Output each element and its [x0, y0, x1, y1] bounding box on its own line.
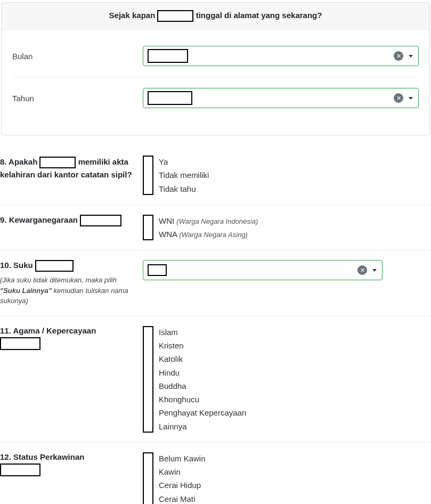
tahun-label: Tahun: [12, 94, 143, 103]
q11-opt-buddha: Buddha: [159, 380, 246, 392]
q10-label: 10. Suku (Jika suku tidak ditemukan, mak…: [0, 260, 143, 306]
q8-opt-ya: Ya: [159, 156, 209, 168]
q8-options: Ya Tidak memiliki Tidak tahu: [143, 156, 431, 195]
bulan-value-redacted: [148, 49, 188, 63]
q8-opt-tidak-tahu: Tidak tahu: [159, 183, 209, 195]
clear-icon[interactable]: ✕: [357, 265, 367, 275]
chevron-down-icon[interactable]: [409, 55, 413, 58]
panel-header: Sejak kapan tinggal di alamat yang sekar…: [2, 3, 429, 30]
answer-box[interactable]: [143, 215, 153, 241]
q11-opt-lainnya: Lainnya: [159, 420, 246, 433]
redacted-name: [0, 464, 40, 476]
chevron-down-icon[interactable]: [372, 269, 377, 272]
q11-opt-khonghucu: Khonghucu: [159, 393, 246, 405]
q10-prefix: 10. Suku: [0, 261, 35, 270]
q12-label: 12. Status Perkawinan: [0, 452, 143, 504]
q9-label: 9. Kewarganegaraan: [0, 215, 143, 241]
tahun-select[interactable]: ✕: [143, 88, 419, 108]
panel-body: Bulan ✕ Tahun ✕: [2, 30, 429, 135]
q11-opt-penghayat: Penghayat Kepercayaan: [159, 407, 246, 419]
q10-hint: (Jika suku tidak ditemukan, maka pilih "…: [0, 275, 137, 306]
q8-label: 8. Apakah memiliki akta kelahiran dari k…: [0, 156, 143, 195]
address-since-panel: Sejak kapan tinggal di alamat yang sekar…: [1, 2, 430, 135]
redacted-name: [80, 215, 121, 226]
question-12: 12. Status Perkawinan Belum Kawin Kawin …: [0, 443, 431, 504]
q8-prefix: 8. Apakah: [0, 157, 39, 166]
suku-value-redacted: [148, 264, 167, 276]
question-10: 10. Suku (Jika suku tidak ditemukan, mak…: [0, 250, 431, 316]
field-row-tahun: Tahun ✕: [12, 77, 419, 119]
redacted-name: [0, 337, 40, 350]
panel-header-suffix: tinggal di alamat yang sekarang?: [196, 11, 322, 20]
q8-opt-tidak-memiliki: Tidak memiliki: [159, 169, 209, 181]
q9-opt-wna: WNA (Warga Negara Asing): [159, 228, 258, 240]
answer-box[interactable]: [143, 326, 153, 433]
q12-opt-cerai-mati: Cerai Mati: [159, 493, 206, 505]
panel-header-prefix: Sejak kapan: [109, 11, 158, 20]
tahun-value-redacted: [148, 91, 192, 105]
bulan-select[interactable]: ✕: [143, 46, 419, 66]
q11-options: Islam Kristen Katolik Hindu Buddha Khong…: [143, 326, 431, 433]
q9-prefix: 9. Kewarganegaraan: [0, 215, 80, 224]
chevron-down-icon[interactable]: [409, 97, 413, 100]
question-11: 11. Agama / Kepercayaan Islam Kristen Ka…: [0, 316, 431, 443]
clear-icon[interactable]: ✕: [394, 93, 403, 103]
q11-opt-islam: Islam: [159, 326, 246, 338]
clear-icon[interactable]: ✕: [394, 51, 403, 61]
redacted-name: [157, 10, 193, 22]
q9-opt-wni: WNI (Warga Negara Indonesia): [159, 215, 258, 227]
q11-label: 11. Agama / Kepercayaan: [0, 326, 143, 433]
bulan-label: Bulan: [12, 52, 143, 61]
q10-select-area: ✕: [143, 260, 431, 306]
redacted-name: [35, 260, 74, 272]
question-8: 8. Apakah memiliki akta kelahiran dari k…: [0, 146, 431, 205]
q11-opt-kristen: Kristen: [159, 339, 246, 352]
redacted-name: [39, 157, 76, 168]
q12-opt-belum-kawin: Belum Kawin: [159, 452, 206, 465]
suku-select[interactable]: ✕: [143, 260, 383, 280]
q9-options: WNI (Warga Negara Indonesia) WNA (Warga …: [143, 215, 431, 241]
q12-options: Belum Kawin Kawin Cerai Hidup Cerai Mati: [143, 452, 431, 504]
answer-box[interactable]: [143, 156, 153, 195]
q11-opt-katolik: Katolik: [159, 353, 246, 365]
q12-opt-cerai-hidup: Cerai Hidup: [159, 479, 206, 491]
q11-opt-hindu: Hindu: [159, 367, 246, 379]
answer-box[interactable]: [143, 452, 153, 504]
q12-opt-kawin: Kawin: [159, 466, 206, 478]
question-9: 9. Kewarganegaraan WNI (Warga Negara Ind…: [0, 205, 431, 251]
field-row-bulan: Bulan ✕: [12, 35, 419, 77]
